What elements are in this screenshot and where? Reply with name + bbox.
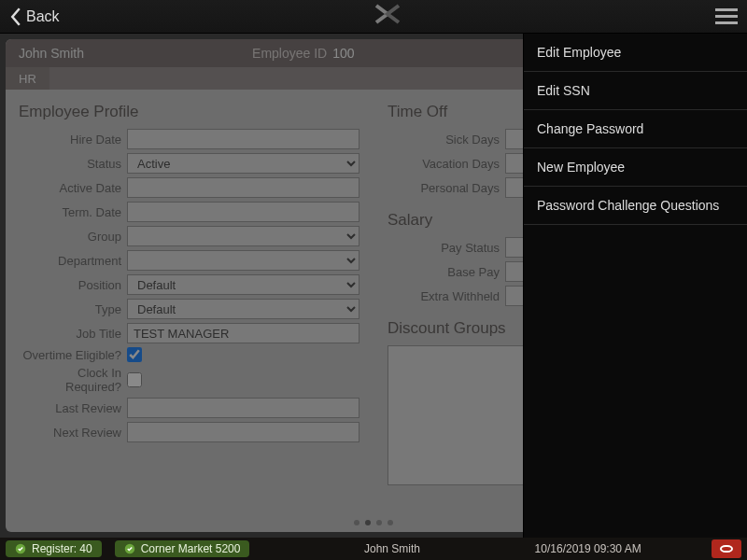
check-circle-icon bbox=[124, 543, 135, 554]
status-register[interactable]: Register: 40 bbox=[6, 540, 102, 557]
menu-item-edit-ssn[interactable]: Edit SSN bbox=[524, 72, 747, 110]
chevron-left-icon bbox=[9, 7, 22, 26]
menu-item-new-employee[interactable]: New Employee bbox=[524, 148, 747, 187]
oracle-o-icon bbox=[720, 545, 733, 553]
status-user: John Smith bbox=[364, 542, 420, 555]
menu-item-change-password[interactable]: Change Password bbox=[524, 110, 747, 148]
status-datetime: 10/16/2019 09:30 AM bbox=[535, 542, 641, 555]
app-logo bbox=[374, 4, 401, 29]
back-button[interactable]: Back bbox=[9, 7, 60, 26]
status-bar: Register: 40 Corner Market 5200 John Smi… bbox=[0, 538, 747, 560]
brand-badge[interactable] bbox=[712, 539, 741, 558]
top-bar: Back bbox=[0, 0, 747, 34]
back-label: Back bbox=[26, 8, 60, 25]
menu-item-password-challenge[interactable]: Password Challenge Questions bbox=[524, 187, 747, 225]
status-store[interactable]: Corner Market 5200 bbox=[115, 540, 250, 557]
menu-item-edit-employee[interactable]: Edit Employee bbox=[524, 34, 747, 72]
check-circle-icon bbox=[15, 543, 26, 554]
content-area: John Smith Employee ID 100 Store 5200 HR… bbox=[0, 34, 747, 538]
side-menu: Edit Employee Edit SSN Change Password N… bbox=[523, 34, 747, 538]
menu-icon[interactable] bbox=[715, 5, 738, 28]
